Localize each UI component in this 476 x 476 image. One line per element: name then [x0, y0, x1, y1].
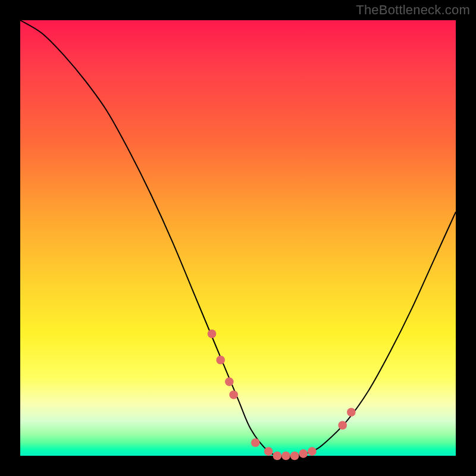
marker-point — [273, 452, 282, 461]
marker-point — [347, 408, 356, 416]
plot-area — [20, 20, 456, 456]
marker-point — [290, 452, 299, 461]
marker-point — [251, 439, 260, 447]
marker-point — [338, 421, 347, 430]
curve-svg — [20, 20, 456, 456]
chart-container: TheBottleneck.com — [0, 0, 476, 476]
marker-point — [264, 447, 273, 456]
highlighted-points — [208, 330, 356, 461]
marker-point — [308, 447, 317, 456]
marker-point — [299, 449, 308, 458]
marker-point — [216, 356, 225, 365]
bottleneck-curve — [20, 20, 456, 456]
marker-point — [229, 390, 238, 399]
marker-point — [208, 330, 217, 339]
marker-point — [281, 452, 290, 461]
attribution-label: TheBottleneck.com — [356, 2, 470, 18]
marker-point — [225, 377, 234, 386]
